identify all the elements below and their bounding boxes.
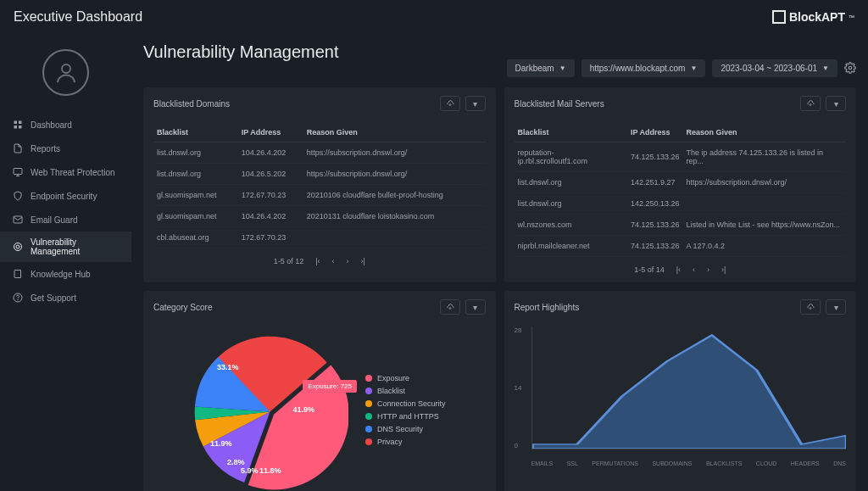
table-row[interactable]: niprbl.mailcleaner.net74.125.133.26A 127… xyxy=(515,236,847,257)
svg-rect-1 xyxy=(14,121,18,125)
more-button[interactable]: ▾ xyxy=(826,299,846,315)
sidebar-item-webthreat[interactable]: Web Threat Protection xyxy=(0,160,131,184)
sidebar-item-endpoint[interactable]: Endpoint Security xyxy=(0,184,131,208)
pie-legend: ExposureBlacklistConnection SecurityHTTP… xyxy=(365,374,446,450)
pie-tooltip: Exposure: 725 xyxy=(303,380,357,393)
table-row[interactable]: cbl.abuseat.org172.67.70.23 xyxy=(153,227,486,248)
last-page-button[interactable]: ›| xyxy=(361,257,365,265)
download-button[interactable] xyxy=(800,299,821,315)
first-page-button[interactable]: |‹ xyxy=(315,257,320,265)
page-title: Vulnerability Management xyxy=(143,42,339,62)
mail-icon xyxy=(12,214,24,226)
sidebar-item-emailguard[interactable]: Email Guard xyxy=(0,208,131,232)
chevron-down-icon: ▼ xyxy=(690,64,697,72)
avatar[interactable] xyxy=(42,49,89,96)
next-page-button[interactable]: › xyxy=(707,265,709,274)
mailservers-table: Blacklist IP Address Reason Given reputa… xyxy=(515,123,847,257)
table-row[interactable]: list.dnswl.org142.250.13.26 xyxy=(515,193,847,215)
grid-icon xyxy=(12,119,24,131)
table-row[interactable]: gl.suomispam.net104.26.4.20220210131 clo… xyxy=(153,206,486,227)
more-button[interactable]: ▾ xyxy=(826,96,846,111)
daterange-dropdown[interactable]: 2023-03-04 ~ 2023-06-01▼ xyxy=(712,59,837,77)
card-report-highlights: Report Highlights ▾ 28140 EMAILSSSLPERMU… xyxy=(504,291,857,491)
prev-page-button[interactable]: ‹ xyxy=(332,257,335,265)
sidebar-item-vulnerability[interactable]: Vulnerability Management xyxy=(0,232,131,262)
pie-chart: 33.1% 41.9% 11.9% 2.8% 5.9% 11.8% Exposu… xyxy=(192,333,348,490)
legend-item: Connection Security xyxy=(365,399,446,408)
last-page-button[interactable]: ›| xyxy=(721,265,726,274)
prev-page-button[interactable]: ‹ xyxy=(693,265,695,274)
target-icon xyxy=(12,241,24,253)
sidebar-item-support[interactable]: Get Support xyxy=(0,286,131,310)
next-page-button[interactable]: › xyxy=(347,257,349,265)
table-row[interactable]: wl.nszones.com74.125.133.26Listed in Whi… xyxy=(515,215,847,236)
source-dropdown[interactable]: Darkbeam▼ xyxy=(507,59,575,77)
sidebar-item-reports[interactable]: Reports xyxy=(0,137,131,160)
app-title: Executive Dashboard xyxy=(14,9,142,25)
chevron-down-icon: ▼ xyxy=(822,64,829,72)
card-title: Blacklisted Mail Servers xyxy=(515,99,604,109)
svg-point-0 xyxy=(62,64,70,73)
card-title: Blacklisted Domains xyxy=(153,99,230,109)
download-button[interactable] xyxy=(440,299,460,315)
card-blacklisted-domains: Blacklisted Domains ▾ Blacklist IP Addre… xyxy=(143,87,496,282)
table-row[interactable]: gl.suomispam.net172.67.70.2320210106 clo… xyxy=(153,185,486,206)
svg-rect-2 xyxy=(19,121,22,125)
table-row[interactable]: list.dnswl.org104.26.5.202https://subscr… xyxy=(153,164,486,185)
svg-rect-4 xyxy=(19,126,22,129)
legend-item: Privacy xyxy=(365,438,446,446)
content: Vulnerability Management Darkbeam▼ https… xyxy=(131,34,868,491)
table-row[interactable]: reputation-ip.rbl.scrolloutf1.com74.125.… xyxy=(515,142,847,172)
area-chart: 28140 EMAILSSSLPERMUTATIONSSUBDOMAINSBLA… xyxy=(515,326,847,466)
logo-icon xyxy=(772,10,786,24)
download-button[interactable] xyxy=(800,96,821,111)
pager: 1-5 of 14 |‹ ‹ › ›| xyxy=(515,265,847,274)
svg-rect-5 xyxy=(14,169,22,175)
pager: 1-5 of 12 |‹ ‹ › ›| xyxy=(153,257,486,265)
file-icon xyxy=(12,142,24,154)
card-category-score: Category Score ▾ 33.1% 41.9% 11.9% 2.8% xyxy=(143,291,496,491)
brand-logo: BlockAPT™ xyxy=(772,10,854,24)
monitor-icon xyxy=(12,166,24,178)
legend-item: Exposure xyxy=(365,374,446,382)
card-blacklisted-mailservers: Blacklisted Mail Servers ▾ Blacklist IP … xyxy=(504,87,857,282)
legend-item: Blacklist xyxy=(365,387,446,395)
card-title: Category Score xyxy=(153,303,212,312)
table-row[interactable]: list.dnswl.org104.26.4.202https://subscr… xyxy=(153,142,486,164)
more-button[interactable]: ▾ xyxy=(465,299,486,315)
table-row[interactable]: list.dnswl.org142.251.9.27https://subscr… xyxy=(515,172,847,193)
svg-point-10 xyxy=(18,299,19,300)
help-icon xyxy=(12,292,24,304)
more-button[interactable]: ▾ xyxy=(465,96,486,111)
first-page-button[interactable]: |‹ xyxy=(676,265,681,274)
svg-rect-3 xyxy=(14,126,18,129)
sidebar-item-dashboard[interactable]: Dashboard xyxy=(0,113,131,137)
chevron-down-icon: ▼ xyxy=(559,64,566,72)
shield-icon xyxy=(12,190,24,202)
sidebar-item-knowledge[interactable]: Knowledge Hub xyxy=(0,262,131,286)
book-icon xyxy=(12,268,24,280)
legend-item: HTTP and HTTPS xyxy=(365,412,446,421)
domains-table: Blacklist IP Address Reason Given list.d… xyxy=(153,123,486,248)
legend-item: DNS Security xyxy=(365,425,446,433)
gear-icon[interactable] xyxy=(844,62,856,75)
download-button[interactable] xyxy=(440,96,460,111)
sidebar: Dashboard Reports Web Threat Protection … xyxy=(0,34,131,491)
svg-point-11 xyxy=(849,66,852,70)
svg-point-8 xyxy=(16,245,19,248)
svg-point-7 xyxy=(14,243,22,251)
user-icon xyxy=(53,60,79,86)
domain-dropdown[interactable]: https://www.blockapt.com▼ xyxy=(581,59,706,77)
card-title: Report Highlights xyxy=(515,303,580,312)
